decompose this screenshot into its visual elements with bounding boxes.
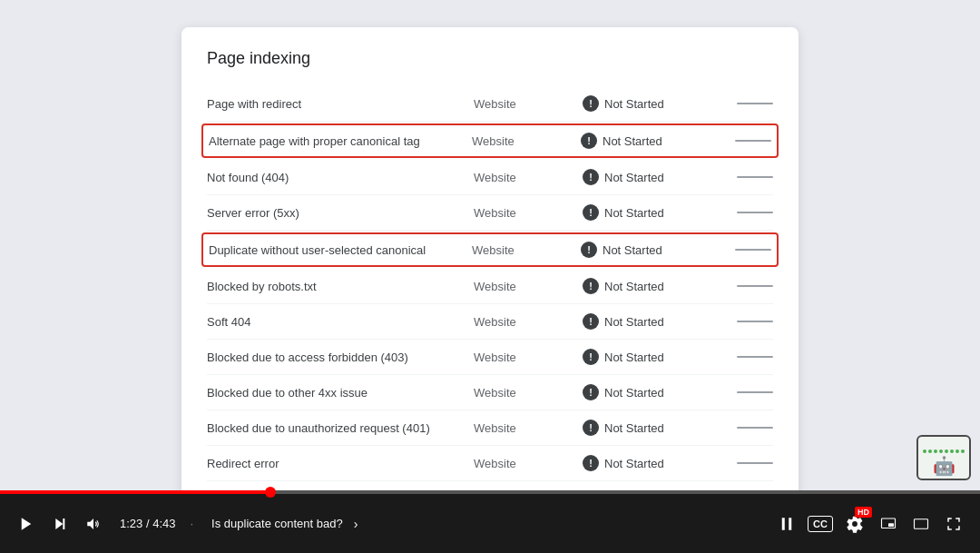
row-status: Not Started [583, 204, 719, 221]
row-label: Duplicate without user-selected canonica… [209, 243, 472, 257]
row-source: Website [474, 171, 583, 184]
status-icon [583, 349, 599, 365]
status-icon [583, 95, 599, 112]
table-row: Blocked due to access forbidden (403) We… [207, 340, 773, 375]
table-row: Page with redirect Website Not Started [207, 86, 773, 122]
table-row: Not found (404) Website Not Started [207, 160, 773, 195]
row-label: Blocked due to unauthorized request (401… [207, 421, 474, 435]
time-current: 1:23 [120, 517, 142, 530]
progress-thumb [265, 487, 276, 498]
status-icon [581, 242, 597, 258]
row-source: Website [474, 97, 583, 111]
bar-line [737, 176, 773, 178]
row-source: Website [474, 351, 583, 364]
status-text: Not Started [604, 421, 664, 435]
dot-7 [956, 449, 959, 453]
table-row: Blocked due to other 4xx issue Website N… [207, 375, 773, 410]
row-bar [719, 176, 773, 178]
bar-line [737, 321, 773, 322]
status-icon [583, 169, 599, 185]
thumbnail-dots [923, 449, 965, 453]
theater-button[interactable] [909, 512, 933, 536]
row-bar [719, 427, 773, 429]
row-bar [719, 321, 773, 322]
bar-line [737, 212, 773, 213]
progress-fill [0, 490, 270, 494]
video-title: Is duplicate content bad? [211, 517, 343, 530]
dot-4 [939, 449, 943, 453]
row-label: Redirect error [207, 457, 474, 470]
rows-container: Page with redirect Website Not Started A… [207, 86, 773, 553]
table-row: Duplicate without user-selected canonica… [201, 232, 779, 267]
row-source: Website [474, 280, 583, 293]
svg-marker-3 [87, 518, 93, 529]
panel-title: Page indexing [207, 49, 773, 68]
row-source: Website [474, 386, 583, 400]
status-text: Not Started [604, 351, 664, 364]
table-row: Blocked due to unauthorized request (401… [207, 410, 773, 446]
title-chevron-icon[interactable]: › [354, 517, 358, 531]
row-status: Not Started [581, 242, 717, 258]
row-label: Blocked due to other 4xx issue [207, 386, 474, 400]
controls-bottom: 1:23 / 4:43 · Is duplicate content bad? … [0, 494, 980, 553]
hd-badge: HD [855, 507, 872, 518]
table-row: Alternate page with proper canonical tag… [201, 123, 779, 158]
play-button[interactable] [15, 512, 38, 536]
progress-bar[interactable] [0, 490, 980, 494]
dot-6 [950, 449, 954, 453]
pause-button[interactable] [775, 512, 799, 536]
status-text: Not Started [603, 243, 662, 257]
next-button[interactable] [49, 513, 71, 535]
bar-line [737, 427, 773, 429]
fullscreen-button[interactable] [942, 512, 965, 536]
row-bar [717, 140, 771, 142]
cc-button[interactable]: CC [808, 516, 833, 532]
row-source: Website [474, 421, 583, 435]
status-icon [581, 133, 597, 149]
row-status: Not Started [583, 420, 719, 436]
settings-wrapper: HD [842, 511, 867, 537]
table-row: Blocked by robots.txt Website Not Starte… [207, 269, 773, 304]
row-bar [719, 103, 773, 104]
video-container: Page indexing Page with redirect Website… [0, 0, 980, 553]
dot-2 [928, 449, 932, 453]
row-label: Blocked by robots.txt [207, 280, 474, 293]
svg-rect-7 [888, 523, 894, 527]
row-bar [717, 249, 771, 251]
status-text: Not Started [604, 97, 664, 111]
row-status: Not Started [583, 313, 719, 330]
row-status: Not Started [583, 384, 719, 400]
status-icon [583, 455, 599, 471]
status-icon [583, 204, 599, 221]
row-bar [719, 285, 773, 287]
row-status: Not Started [583, 455, 719, 471]
bar-line [737, 462, 773, 464]
svg-rect-2 [63, 518, 64, 529]
volume-button[interactable] [82, 512, 105, 536]
time-display: 1:23 / 4:43 [120, 517, 175, 530]
row-source: Website [474, 315, 583, 329]
row-label: Not found (404) [207, 171, 474, 184]
table-row: Soft 404 Website Not Started [207, 304, 773, 340]
dot-8 [961, 449, 965, 453]
time-total: 4:43 [152, 517, 175, 530]
row-label: Soft 404 [207, 315, 474, 329]
svg-rect-4 [782, 518, 785, 530]
svg-rect-8 [915, 518, 928, 528]
row-bar [719, 212, 773, 213]
bar-line [737, 356, 773, 358]
row-label: Page with redirect [207, 97, 474, 111]
row-bar [719, 356, 773, 358]
miniplayer-button[interactable] [877, 512, 900, 536]
row-status: Not Started [581, 133, 717, 149]
bar-line [735, 249, 771, 251]
row-status: Not Started [583, 95, 719, 112]
status-text: Not Started [604, 280, 664, 293]
row-source: Website [472, 134, 581, 148]
separator: · [190, 517, 193, 530]
table-row: Redirect error Website Not Started [207, 446, 773, 481]
row-source: Website [472, 243, 581, 257]
status-text: Not Started [604, 386, 664, 400]
row-status: Not Started [583, 349, 719, 365]
row-source: Website [474, 206, 583, 220]
